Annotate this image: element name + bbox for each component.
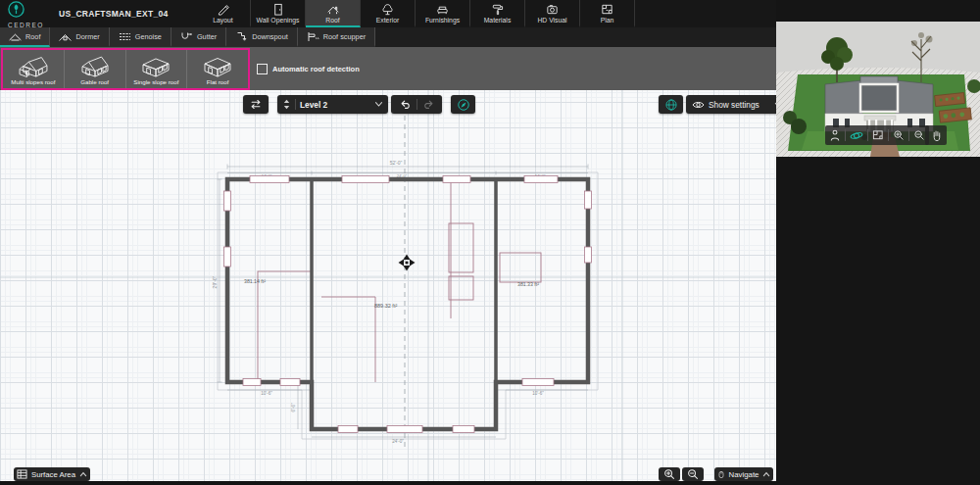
subtab-downspout[interactable]: Downspout [226, 27, 298, 47]
single-slope-roof-button[interactable]: Single slope roof [126, 50, 188, 88]
cedreo-logo-icon [8, 1, 24, 18]
camera-icon [546, 3, 559, 16]
main-nav-tabs: Layout Wall Openings Roof Exterior Furni… [196, 0, 635, 27]
dim-ext-left: 6'-6" [291, 403, 296, 412]
subtab-gutter[interactable]: Gutter [172, 27, 226, 47]
paint-roller-icon [491, 3, 504, 16]
single-slope-roof-icon [138, 52, 173, 77]
preview-zoom-in-icon[interactable] [893, 129, 905, 141]
level-stepper-icon[interactable] [282, 98, 291, 111]
dormer-icon [59, 31, 72, 42]
eye-icon [692, 100, 705, 110]
globe-button[interactable] [659, 95, 683, 114]
floor-plan-canvas[interactable]: 52'-0" 14'-0" 24'-0" 14'-0" 29'-0" 10'-6… [0, 90, 776, 485]
door-icon [271, 3, 284, 16]
show-settings-button[interactable]: Show settings [686, 95, 788, 114]
subtab-dormer[interactable]: Dormer [50, 27, 109, 47]
dim-bottom-left: 10'-6" [261, 391, 272, 396]
switch-view-button[interactable] [243, 95, 269, 114]
gable-roof-button[interactable]: Gable roof [65, 50, 126, 88]
subtab-roof-scupper[interactable]: Roof scupper [298, 27, 375, 47]
mouse-icon [717, 469, 725, 480]
preview-pan-button[interactable] [925, 125, 947, 145]
level-selector[interactable]: Level 2 [277, 95, 388, 114]
area-label-left: 381.14 ft² [244, 278, 266, 284]
globe-icon [664, 98, 678, 112]
surface-table-icon [17, 469, 27, 479]
dim-left-total: 29'-0" [212, 275, 218, 288]
tab-wall-openings[interactable]: Wall Openings [251, 0, 306, 27]
tab-hd-visual[interactable]: HD Visual [525, 0, 580, 27]
preview-zoom-out-icon[interactable] [913, 129, 925, 141]
redo-icon[interactable] [421, 98, 435, 111]
project-name: US_CRAFTSMAN_EXT_04 [59, 9, 169, 19]
preview-3d-viewport[interactable] [776, 22, 980, 157]
tab-materials[interactable]: Materials [470, 0, 525, 27]
tab-roof[interactable]: Roof [306, 0, 361, 27]
zoom-out-icon [687, 468, 699, 480]
cedreo-app: CEDREO US_CRAFTSMAN_EXT_04 Layout Wall O… [0, 0, 980, 485]
hand-pan-icon [931, 129, 942, 142]
tab-exterior[interactable]: Exterior [361, 0, 416, 27]
checkbox-box[interactable] [257, 64, 268, 74]
tab-plan[interactable]: Plan [580, 0, 635, 27]
sofa-icon [436, 3, 449, 16]
zoom-in-icon [663, 468, 675, 480]
flat-roof-icon [200, 52, 235, 77]
zoom-in-button[interactable] [659, 467, 680, 481]
roof-outline-icon [9, 31, 22, 42]
downspout-icon [235, 31, 248, 42]
navigate-button[interactable]: Navigate [714, 467, 773, 481]
chevron-up-icon [762, 471, 770, 477]
zoom-out-button[interactable] [682, 467, 704, 481]
bottom-frame-strip [0, 481, 776, 485]
preview-toolbar [825, 125, 929, 145]
dim-bottom-right: 10'-6" [532, 391, 544, 396]
undo-redo-group [391, 95, 442, 114]
floor-plan-drawing: 52'-0" 14'-0" 24'-0" 14'-0" 29'-0" 10'-6… [0, 90, 776, 485]
area-label-center: 889.32 ft² [374, 303, 397, 309]
cedreo-logo[interactable]: CEDREO [8, 1, 55, 28]
pencil-icon [217, 3, 229, 16]
surface-area-button[interactable]: Surface Area [14, 467, 90, 481]
dim-top-total: 52'-0" [390, 160, 403, 166]
multi-slopes-roof-button[interactable]: Multi slopes roof [3, 50, 65, 88]
multi-slopes-roof-icon [16, 52, 51, 77]
compass-button[interactable] [451, 95, 475, 114]
walkthrough-person-icon[interactable] [829, 129, 841, 142]
gable-roof-icon [77, 52, 113, 77]
area-label-right: 381.33 ft² [517, 281, 539, 287]
chevron-down-icon [374, 101, 383, 108]
undo-icon[interactable] [399, 98, 413, 111]
tab-layout[interactable]: Layout [196, 0, 251, 27]
roof-sub-toolbar: Roof Dormer Genoise Gutter Downspout Roo… [0, 27, 776, 47]
show-settings-label: Show settings [709, 100, 770, 110]
tab-furnishings[interactable]: Furnishings [416, 0, 470, 27]
subtab-genoise[interactable]: Genoise [110, 27, 172, 47]
genoise-icon [119, 31, 131, 42]
roof-icon [326, 3, 340, 16]
flat-roof-button[interactable]: Flat roof [187, 50, 248, 88]
swap-arrows-icon [249, 98, 263, 111]
gutter-icon [180, 31, 193, 42]
brand-text: CEDREO [8, 22, 55, 28]
automatic-roof-detection-checkbox[interactable]: Automatic roof detection [257, 64, 360, 74]
tree-icon [381, 3, 394, 16]
chevron-up-icon [79, 471, 87, 477]
compass-icon [457, 98, 470, 112]
preview-panel [776, 0, 980, 485]
subtab-roof[interactable]: Roof [0, 27, 50, 47]
blueprint-icon [601, 3, 613, 16]
roof-type-group-highlight: Multi slopes roof Gable roof Single slop… [1, 48, 250, 90]
move-cursor-icon[interactable] [399, 255, 416, 271]
orbit-view-icon[interactable] [850, 129, 863, 142]
dim-ext-bottom: 24'-0" [392, 439, 404, 444]
roof-type-row: Multi slopes roof Gable roof Single slop… [0, 47, 776, 90]
plan-view-icon[interactable] [872, 129, 884, 141]
roof-scupper-icon [307, 31, 319, 42]
level-label: Level 2 [300, 100, 374, 110]
